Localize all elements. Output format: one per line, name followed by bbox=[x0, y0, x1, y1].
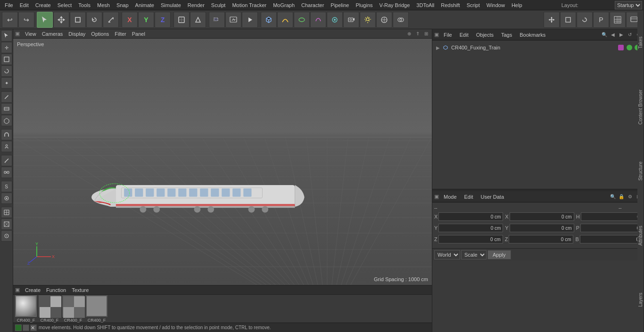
cube-button[interactable] bbox=[261, 12, 277, 28]
sweep-tool-button[interactable] bbox=[294, 12, 310, 28]
point-mode-button[interactable] bbox=[190, 12, 206, 28]
vp-menu-panel[interactable]: Panel bbox=[130, 31, 148, 37]
vp-menu-options[interactable]: Options bbox=[89, 31, 111, 37]
y-axis-button[interactable]: Y bbox=[138, 12, 154, 28]
menu-sculpt[interactable]: Sculpt bbox=[208, 1, 229, 9]
left-pen-btn[interactable] bbox=[1, 91, 12, 103]
render-region-button[interactable] bbox=[209, 12, 225, 28]
sky-button[interactable] bbox=[376, 12, 392, 28]
left-mesh-btn[interactable] bbox=[1, 219, 12, 230]
side-tab-content-browser[interactable]: Content Browser bbox=[637, 75, 644, 139]
menu-render[interactable]: Render bbox=[185, 1, 207, 9]
left-knife-btn[interactable] bbox=[1, 155, 12, 166]
x-axis-button[interactable]: X bbox=[122, 12, 138, 28]
menu-create[interactable]: Create bbox=[33, 1, 54, 9]
menu-pipeline[interactable]: Pipeline bbox=[328, 1, 352, 9]
vp-menu-filter[interactable]: Filter bbox=[112, 31, 128, 37]
side-tab-layers[interactable]: Layers bbox=[637, 267, 644, 332]
menu-motion-tracker[interactable]: Motion Tracker bbox=[229, 1, 269, 9]
material-item-0[interactable]: CR400_F bbox=[15, 295, 37, 323]
attr-lock-icon[interactable]: 🔒 bbox=[618, 193, 625, 201]
search-icon[interactable]: 🔍 bbox=[601, 31, 608, 39]
vp-icon-corners[interactable]: ⊞ bbox=[422, 30, 430, 38]
menu-plugins[interactable]: Plugins bbox=[353, 1, 375, 9]
left-rotate-btn[interactable] bbox=[1, 65, 12, 77]
status-minimize-icon[interactable] bbox=[23, 324, 29, 331]
vp-icon-expand[interactable]: ⊕ bbox=[405, 30, 413, 38]
collapse-icon[interactable]: ▶ bbox=[618, 31, 625, 39]
menu-mograph[interactable]: MoGraph bbox=[270, 1, 297, 9]
left-bridge-btn[interactable] bbox=[1, 167, 12, 178]
left-transform-btn[interactable]: ✦ bbox=[1, 77, 12, 89]
camera-button[interactable] bbox=[343, 12, 359, 28]
menu-edit[interactable]: Edit bbox=[17, 1, 32, 9]
object-visibility-dot[interactable] bbox=[627, 45, 632, 50]
box-tool-button[interactable] bbox=[70, 12, 86, 28]
undo-button[interactable]: ↩ bbox=[2, 12, 18, 28]
menu-redshift[interactable]: Redshift bbox=[438, 1, 462, 9]
vp-menu-view[interactable]: View bbox=[23, 31, 39, 37]
left-move-btn[interactable]: ✛ bbox=[1, 42, 12, 53]
menu-select[interactable]: Select bbox=[55, 1, 75, 9]
coord-x1-input[interactable] bbox=[438, 212, 503, 221]
menu-3dtoall[interactable]: 3DToAll bbox=[413, 1, 437, 9]
menu-vray-bridge[interactable]: V-Ray Bridge bbox=[377, 1, 413, 9]
attr-settings-icon[interactable]: ⚙ bbox=[626, 193, 634, 201]
world-mode-select[interactable]: World bbox=[434, 250, 460, 259]
viewport-canvas[interactable]: Perspective Grid Spacing : 1000 cm X Y Z bbox=[13, 39, 432, 285]
object-mode-button[interactable] bbox=[173, 12, 190, 28]
objects-tab-tags[interactable]: Tags bbox=[498, 31, 515, 39]
coord-y2-input[interactable] bbox=[510, 224, 574, 232]
redo-button[interactable]: ↪ bbox=[18, 12, 34, 28]
left-paint-btn[interactable]: S bbox=[1, 181, 12, 192]
refresh-icon[interactable]: ↺ bbox=[626, 31, 634, 39]
side-tab-attributes[interactable]: Attributes bbox=[637, 203, 644, 268]
menu-script[interactable]: Script bbox=[464, 1, 483, 9]
field-button[interactable] bbox=[327, 12, 343, 28]
left-poly-btn[interactable] bbox=[1, 115, 12, 126]
menu-simulate[interactable]: Simulate bbox=[158, 1, 184, 9]
vp-menu-display[interactable]: Display bbox=[66, 31, 88, 37]
resize-viewport-button[interactable] bbox=[560, 12, 576, 28]
coord-z1-input[interactable] bbox=[438, 235, 503, 243]
left-scale-btn[interactable] bbox=[1, 54, 12, 65]
coord-h-input[interactable] bbox=[581, 212, 644, 221]
light-button[interactable] bbox=[360, 12, 376, 28]
status-cinema4d-icon[interactable] bbox=[15, 324, 22, 331]
rotate-viewport-button[interactable] bbox=[577, 12, 593, 28]
z-axis-button[interactable]: Z bbox=[155, 12, 171, 28]
coord-b-input[interactable] bbox=[580, 235, 644, 243]
select-tool-button[interactable] bbox=[37, 12, 53, 28]
objects-tab-objects[interactable]: Objects bbox=[473, 31, 496, 39]
vp-icon-arrows[interactable]: ⇑ bbox=[414, 30, 421, 38]
side-tab-structure[interactable]: Structure bbox=[637, 139, 644, 203]
render-button[interactable] bbox=[242, 12, 258, 28]
spline-tool-button[interactable] bbox=[277, 12, 293, 28]
menu-animate[interactable]: Animate bbox=[132, 1, 157, 9]
scale-tool-button[interactable] bbox=[103, 12, 119, 28]
expand-icon[interactable]: ◀ bbox=[609, 31, 617, 39]
left-select-btn[interactable] bbox=[1, 30, 12, 41]
move-tool-button[interactable] bbox=[53, 12, 69, 28]
objects-tab-bookmarks[interactable]: Bookmarks bbox=[517, 31, 548, 39]
objects-tab-file[interactable]: File bbox=[441, 31, 455, 39]
left-grid-btn[interactable] bbox=[1, 207, 12, 218]
left-weight-btn[interactable] bbox=[1, 141, 12, 152]
vp-menu-cameras[interactable]: Cameras bbox=[40, 31, 66, 37]
status-close-icon[interactable]: ✕ bbox=[30, 324, 37, 331]
grid-button[interactable] bbox=[610, 12, 626, 28]
left-target-btn[interactable] bbox=[1, 230, 12, 242]
menu-file[interactable]: File bbox=[2, 1, 16, 9]
apply-button[interactable]: Apply bbox=[487, 250, 511, 259]
coord-z2-input[interactable] bbox=[509, 235, 573, 243]
left-loop-btn[interactable] bbox=[1, 103, 12, 114]
attributes-tab-edit[interactable]: Edit bbox=[462, 193, 476, 201]
menu-help[interactable]: Help bbox=[509, 1, 525, 9]
snap-point-button[interactable]: P bbox=[593, 12, 609, 28]
deformer-button[interactable] bbox=[310, 12, 326, 28]
material-item-1[interactable]: CR400_F bbox=[39, 295, 60, 323]
material-menu-function[interactable]: Function bbox=[44, 287, 68, 293]
coord-p-input[interactable] bbox=[580, 224, 644, 232]
attr-search-icon[interactable]: 🔍 bbox=[609, 193, 617, 201]
attributes-tab-mode[interactable]: Mode bbox=[441, 193, 460, 201]
